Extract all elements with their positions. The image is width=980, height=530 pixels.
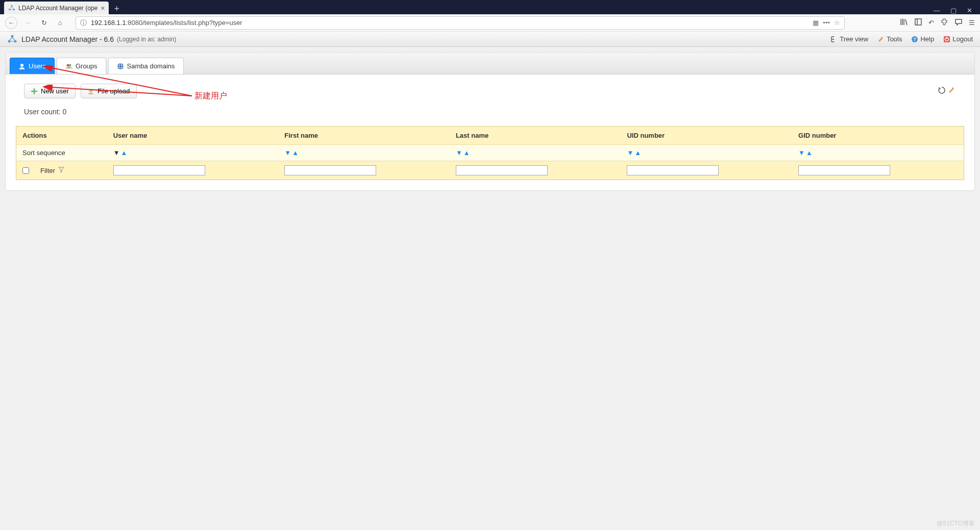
- sort-desc-icon[interactable]: ▼: [456, 149, 462, 157]
- more-icon[interactable]: •••: [823, 19, 830, 27]
- help-icon: ?: [911, 36, 918, 43]
- window-minimize-icon[interactable]: —: [934, 7, 940, 14]
- app-header: LDAP Account Manager - 6.6 (Logged in as…: [0, 32, 980, 47]
- sort-desc-icon[interactable]: ▼: [798, 149, 805, 157]
- bookmark-icon[interactable]: ☆: [834, 19, 840, 27]
- nav-reload-icon[interactable]: ↻: [38, 17, 50, 29]
- tab-favicon-icon: [8, 5, 15, 12]
- file-upload-button[interactable]: File upload: [81, 84, 137, 98]
- main-panel: Users Groups Samba domains New user: [5, 52, 975, 191]
- sort-asc-icon[interactable]: ▲: [463, 149, 470, 157]
- settings-icon[interactable]: [948, 86, 956, 96]
- users-table: Actions User name First name Last name U…: [16, 126, 964, 180]
- app-title: LDAP Account Manager - 6.6: [21, 35, 114, 43]
- svg-rect-9: [833, 39, 834, 40]
- sort-desc-icon[interactable]: ▼: [113, 149, 120, 157]
- svg-point-5: [11, 35, 14, 37]
- svg-rect-10: [833, 41, 834, 42]
- svg-point-16: [20, 64, 23, 67]
- th-gid[interactable]: GID number: [792, 127, 964, 145]
- tab-title: LDAP Account Manager (ope: [18, 5, 97, 12]
- user-count-label: User count: 0: [6, 105, 974, 126]
- sort-asc-icon[interactable]: ▲: [121, 149, 128, 157]
- refresh-icon[interactable]: [938, 86, 946, 96]
- sort-desc-icon[interactable]: ▼: [284, 149, 291, 157]
- new-user-button[interactable]: New user: [24, 84, 76, 98]
- annotation-text: 新建用户: [194, 91, 227, 102]
- tree-icon: [830, 36, 838, 43]
- filter-label-text: Filter: [40, 167, 55, 174]
- svg-point-1: [9, 8, 11, 10]
- nav-home-icon[interactable]: ⌂: [54, 17, 66, 29]
- select-all-checkbox[interactable]: [22, 167, 29, 174]
- wrench-icon: [877, 36, 885, 43]
- svg-point-7: [14, 40, 17, 42]
- treeview-link[interactable]: Tree view: [830, 35, 868, 43]
- svg-point-19: [117, 63, 124, 69]
- qr-icon[interactable]: ▦: [813, 19, 819, 27]
- addon-icon[interactable]: [940, 18, 948, 28]
- tab-users[interactable]: Users: [10, 58, 55, 74]
- help-link[interactable]: ?Help: [911, 35, 934, 43]
- new-tab-button[interactable]: +: [109, 4, 125, 14]
- login-status: (Logged in as: admin): [117, 36, 176, 43]
- logout-link[interactable]: Logout: [943, 35, 973, 43]
- user-icon: [18, 63, 26, 70]
- nav-back-icon[interactable]: ←: [5, 17, 17, 29]
- svg-point-18: [68, 64, 71, 66]
- url-bar[interactable]: ⓘ 192.168.1.1:8080/templates/lists/list.…: [76, 16, 845, 30]
- sort-asc-icon[interactable]: ▲: [634, 149, 641, 157]
- svg-rect-3: [915, 19, 921, 25]
- th-actions[interactable]: Actions: [16, 127, 107, 145]
- app-logo-icon: [7, 34, 17, 44]
- undo-icon[interactable]: ↶: [928, 19, 934, 27]
- browser-tab[interactable]: LDAP Account Manager (ope ×: [4, 2, 109, 14]
- logout-icon: [943, 36, 950, 43]
- th-uid[interactable]: UID number: [621, 127, 792, 145]
- library-icon[interactable]: [900, 18, 908, 28]
- sort-desc-icon[interactable]: ▼: [627, 149, 633, 157]
- plus-icon: [31, 88, 38, 95]
- window-close-icon[interactable]: ✕: [967, 7, 972, 14]
- filter-row: Filter: [16, 161, 964, 180]
- th-lastname[interactable]: Last name: [450, 127, 621, 145]
- svg-rect-8: [833, 36, 834, 37]
- filter-lastname-input[interactable]: [456, 165, 548, 175]
- svg-text:?: ?: [914, 37, 917, 42]
- svg-point-6: [8, 40, 11, 42]
- nav-forward-icon[interactable]: →: [21, 17, 34, 29]
- sidebar-icon[interactable]: [914, 18, 922, 28]
- window-maximize-icon[interactable]: ▢: [950, 7, 957, 14]
- sort-row: Sort sequence ▼▲ ▼▲ ▼▲ ▼▲ ▼▲: [16, 145, 964, 161]
- browser-toolbar: ← → ↻ ⌂ ⓘ 192.168.1.1:8080/templates/lis…: [0, 14, 980, 32]
- filter-uid-input[interactable]: [627, 165, 719, 175]
- tab-samba[interactable]: Samba domains: [108, 58, 184, 74]
- svg-point-2: [13, 8, 15, 10]
- svg-point-0: [11, 5, 13, 7]
- th-firstname[interactable]: First name: [278, 127, 450, 145]
- group-icon: [65, 63, 72, 70]
- globe-icon: [117, 63, 124, 70]
- th-username[interactable]: User name: [107, 127, 279, 145]
- filter-icon[interactable]: [58, 167, 64, 174]
- tab-groups[interactable]: Groups: [57, 58, 106, 74]
- tab-close-icon[interactable]: ×: [101, 4, 105, 12]
- url-text: 192.168.1.1:8080/templates/lists/list.ph…: [91, 19, 808, 27]
- info-icon[interactable]: ⓘ: [80, 18, 87, 28]
- browser-tab-strip: LDAP Account Manager (ope × + — ▢ ✕: [0, 0, 980, 14]
- filter-firstname-input[interactable]: [284, 165, 376, 175]
- sort-asc-icon[interactable]: ▲: [806, 149, 813, 157]
- upload-icon: [87, 88, 94, 95]
- type-tabs: Users Groups Samba domains: [6, 53, 974, 74]
- sort-label: Sort sequence: [16, 145, 107, 161]
- filter-gid-input[interactable]: [798, 165, 890, 175]
- chat-icon[interactable]: [954, 18, 963, 28]
- tools-link[interactable]: Tools: [877, 35, 902, 43]
- sort-asc-icon[interactable]: ▲: [292, 149, 299, 157]
- menu-icon[interactable]: ☰: [969, 19, 975, 27]
- window-controls: — ▢ ✕: [926, 7, 980, 14]
- filter-username-input[interactable]: [113, 165, 205, 175]
